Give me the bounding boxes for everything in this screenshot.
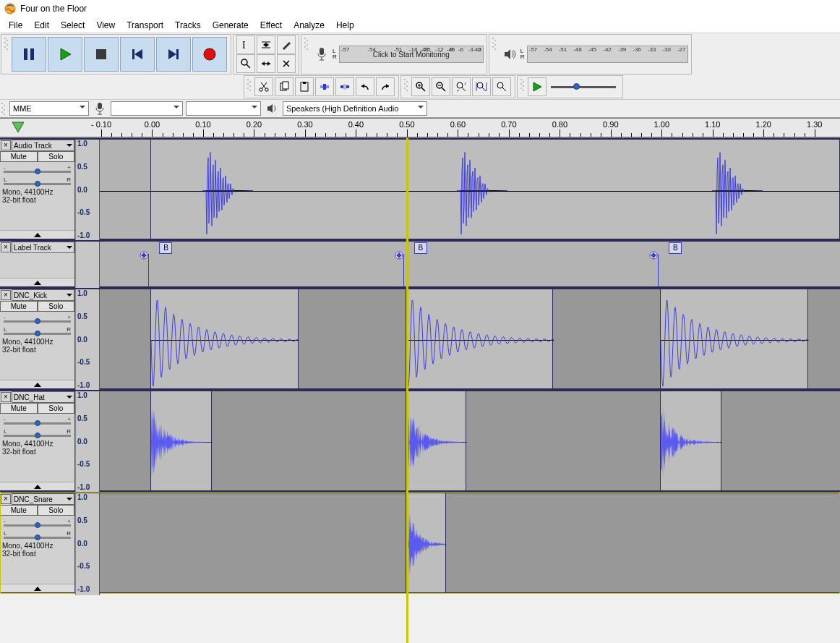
zoom-toggle-button[interactable] [492, 77, 511, 96]
menu-file[interactable]: File [3, 19, 28, 32]
collapse-button[interactable] [0, 278, 74, 286]
playhead-triangle-icon[interactable] [12, 122, 25, 133]
audio-clip[interactable] [406, 391, 467, 490]
timeshift-tool[interactable] [257, 54, 275, 73]
mute-button[interactable]: Mute [0, 151, 38, 162]
draw-tool[interactable] [277, 35, 296, 54]
menu-transport[interactable]: Transport [121, 19, 169, 32]
pause-button[interactable] [12, 37, 46, 72]
tracks-area[interactable]: ×Audio TrackMuteSolo-+LRMono, 44100Hz32-… [0, 138, 840, 643]
track-waveform-area[interactable] [100, 391, 840, 490]
menu-edit[interactable]: Edit [28, 19, 55, 32]
menu-effect[interactable]: Effect [254, 19, 288, 32]
skip-start-button[interactable] [120, 37, 155, 72]
stop-button[interactable] [84, 37, 119, 72]
gripper-icon[interactable] [304, 36, 309, 72]
audio-clip[interactable] [660, 289, 807, 388]
track-name-menu[interactable]: DNC_Kick [12, 289, 74, 301]
menu-select[interactable]: Select [55, 19, 90, 32]
track-waveform-area[interactable] [100, 289, 840, 388]
label-track-area[interactable]: BBB [100, 242, 840, 286]
pan-slider[interactable]: LR [4, 326, 71, 335]
gain-slider[interactable]: -+ [4, 314, 71, 323]
collapse-button[interactable] [0, 230, 74, 239]
play-button[interactable] [48, 37, 82, 72]
trim-button[interactable] [315, 77, 334, 96]
audio-clip[interactable] [406, 289, 553, 388]
zoom-in-button[interactable] [411, 77, 430, 96]
track-waveform-area[interactable] [100, 493, 840, 592]
svg-point-38 [477, 82, 483, 88]
fit-project-button[interactable] [472, 77, 491, 96]
track-name-menu[interactable]: Label Track [12, 242, 74, 253]
play-at-speed-button[interactable] [528, 77, 547, 96]
recording-channels-select[interactable] [186, 101, 261, 116]
menu-tracks[interactable]: Tracks [169, 19, 207, 32]
svg-marker-7 [168, 49, 176, 59]
playback-meter[interactable]: -57-54-51-48-45-42-39-36-33-30-27 [527, 46, 688, 63]
multi-tool[interactable] [277, 54, 296, 73]
redo-button[interactable] [376, 77, 395, 96]
record-button[interactable] [192, 37, 227, 72]
skip-end-button[interactable] [156, 37, 191, 72]
recording-meter[interactable]: -57-54-51-48-45-42 Click to Start Monito… [339, 46, 484, 63]
gain-slider[interactable]: -+ [4, 164, 71, 173]
zoom-tool[interactable] [236, 54, 255, 73]
gripper-icon[interactable] [520, 77, 525, 96]
recording-device-select[interactable] [111, 101, 183, 116]
mute-button[interactable]: Mute [0, 505, 38, 516]
audio-clip[interactable] [150, 391, 212, 490]
fit-selection-button[interactable] [452, 77, 471, 96]
scale-tick: 0.5 [77, 312, 87, 320]
audio-clip[interactable] [150, 289, 298, 388]
undo-button[interactable] [356, 77, 374, 96]
playback-device-select[interactable]: Speakers (High Definition Audio [283, 101, 427, 116]
gripper-icon[interactable] [1, 101, 6, 116]
timeline-ruler[interactable]: - 0.100.000.100.200.300.400.500.600.700.… [0, 118, 840, 138]
copy-button[interactable] [275, 77, 293, 96]
zoom-out-button[interactable] [432, 77, 450, 96]
transport-toolbar [1, 34, 231, 74]
gripper-icon[interactable] [492, 36, 497, 72]
solo-button[interactable]: Solo [38, 505, 75, 516]
mute-button[interactable]: Mute [0, 403, 38, 414]
menu-analyze[interactable]: Analyze [288, 19, 330, 32]
collapse-button[interactable] [0, 482, 74, 490]
mute-button[interactable]: Mute [0, 301, 38, 312]
audio-clip[interactable] [660, 391, 721, 490]
selection-tool[interactable]: I [236, 35, 255, 54]
collapse-button[interactable] [0, 380, 74, 388]
menu-help[interactable]: Help [330, 19, 360, 32]
gain-slider[interactable]: -+ [4, 416, 71, 425]
svg-line-39 [482, 88, 486, 91]
cut-button[interactable] [254, 77, 273, 96]
gripper-icon[interactable] [404, 77, 408, 96]
audio-clip[interactable] [406, 493, 446, 592]
track-close-button[interactable]: × [1, 290, 11, 300]
track-name-menu[interactable]: Audio Track [12, 140, 74, 151]
track-close-button[interactable]: × [1, 140, 11, 150]
gain-slider[interactable]: -+ [4, 518, 71, 527]
envelope-tool[interactable] [257, 35, 275, 54]
track-close-button[interactable]: × [1, 242, 11, 252]
track-name-menu[interactable]: DNC_Snare [12, 493, 74, 505]
track-waveform-area[interactable] [100, 140, 840, 239]
solo-button[interactable]: Solo [38, 301, 75, 312]
track-close-button[interactable]: × [1, 392, 11, 402]
pan-slider[interactable]: LR [4, 176, 71, 185]
silence-button[interactable] [335, 77, 354, 96]
gripper-icon[interactable] [247, 77, 252, 96]
solo-button[interactable]: Solo [38, 151, 75, 162]
pan-slider[interactable]: LR [4, 530, 71, 539]
menu-view[interactable]: View [90, 19, 121, 32]
pan-slider[interactable]: LR [4, 428, 71, 437]
audio-host-select[interactable]: MME [9, 101, 89, 116]
playback-speed-slider[interactable] [547, 78, 620, 95]
paste-button[interactable] [295, 77, 314, 96]
solo-button[interactable]: Solo [38, 403, 75, 414]
gripper-icon[interactable] [4, 36, 9, 72]
menu-generate[interactable]: Generate [207, 19, 254, 32]
track-name-menu[interactable]: DNC_Hat [12, 391, 74, 403]
collapse-button[interactable] [0, 584, 74, 592]
track-close-button[interactable]: × [1, 494, 11, 504]
